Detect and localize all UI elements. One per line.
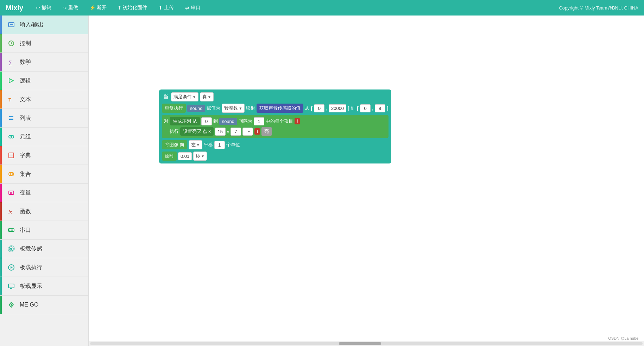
true-dropdown-arrow: ▼: [208, 95, 211, 99]
sidebar-item-display[interactable]: 板载显示: [0, 277, 88, 296]
svg-rect-11: [9, 153, 14, 158]
val-0-1[interactable]: 0: [314, 104, 324, 112]
exec-row: 执行 设置亮灭 点 x 15 y 7 - ▼ i 亮: [170, 127, 386, 136]
to-int-dropdown[interactable]: 转整数 ▼: [222, 104, 245, 113]
minus-dropdown[interactable]: - ▼: [242, 128, 253, 136]
second-dropdown[interactable]: 秒 ▼: [193, 152, 207, 161]
i-badge-2[interactable]: i: [254, 128, 260, 135]
sidebar-item-logic[interactable]: 逻辑: [0, 72, 88, 90]
attribution-text: OSDN @La nube: [608, 336, 638, 340]
redo-button[interactable]: ↪ 重做: [61, 3, 80, 12]
get-sensor-block[interactable]: 获取声音传感器的值: [257, 104, 303, 113]
horizontal-scrollbar[interactable]: [89, 341, 644, 346]
sidebar-item-set[interactable]: 集合: [0, 165, 88, 184]
sidebar-item-dict[interactable]: 字典: [0, 146, 88, 165]
redo-icon: ↪: [63, 5, 67, 11]
app-logo: Mixly: [6, 4, 23, 12]
serial-button[interactable]: ⇄ 串口: [183, 3, 203, 12]
repeat-label: 重复执行: [162, 104, 186, 113]
set-icon: [7, 170, 15, 178]
x-val[interactable]: 15: [215, 128, 226, 136]
sidebar-label-text: 文本: [20, 96, 31, 103]
move-val[interactable]: 1: [214, 141, 225, 149]
disconnect-button[interactable]: ⚡ 断开: [87, 3, 109, 12]
move-label: 平移: [204, 142, 213, 148]
sidebar-item-exec[interactable]: 板载执行: [0, 258, 88, 277]
sidebar-label-logic: 逻辑: [20, 77, 31, 85]
sidebar-label-sensor: 板载传感: [20, 245, 42, 253]
sound-var-badge[interactable]: sound: [187, 105, 205, 112]
sidebar-item-ctrl[interactable]: 控制: [0, 34, 88, 53]
repeat-row: 重复执行 sound 赋值为 转整数 ▼ 映射 获取声音传感器的值 从 [ 0 …: [162, 104, 389, 113]
sidebar-label-set: 集合: [20, 171, 31, 178]
val-8[interactable]: 8: [375, 104, 385, 112]
sidebar-label-func: 函数: [20, 208, 31, 215]
sidebar: 输入/输出 控制 ∑ 数学 逻辑 T 文本: [0, 16, 89, 346]
condition-dropdown[interactable]: 满足条件 ▼: [171, 92, 198, 101]
to-label: 到: [351, 105, 355, 111]
svg-point-20: [10, 230, 11, 231]
sidebar-item-serial[interactable]: 串口: [0, 221, 88, 240]
text-icon: T: [7, 95, 15, 104]
dict-icon: [7, 151, 15, 160]
i-badge[interactable]: i: [295, 118, 300, 124]
display-icon: [7, 282, 15, 290]
delay-val[interactable]: 0.01: [178, 152, 192, 160]
svg-point-23: [10, 248, 12, 250]
sound-var-badge-2[interactable]: sound: [219, 118, 237, 125]
toolbar: Mixly ↩ 撤销 ↪ 重做 ⚡ 断开 T 初始化固件 ⬆ 上传 ⇄ 串口 C…: [0, 0, 644, 16]
sidebar-label-ctrl: 控制: [20, 40, 31, 47]
true-dropdown[interactable]: 真 ▼: [200, 92, 214, 101]
logic-icon: [7, 76, 15, 85]
svg-text:∑: ∑: [8, 60, 12, 65]
sidebar-item-math[interactable]: ∑ 数学: [0, 53, 88, 72]
sidebar-item-list[interactable]: 列表: [0, 109, 88, 128]
upload-button[interactable]: ⬆ 上传: [156, 3, 176, 12]
set-bright-label: 设置亮灭 点 x: [180, 127, 214, 136]
svg-marker-32: [11, 303, 12, 306]
val-20000[interactable]: 20000: [329, 104, 346, 112]
interval-val[interactable]: 1: [254, 117, 264, 125]
init-firmware-button[interactable]: T 初始化固件: [116, 3, 149, 12]
svg-rect-15: [9, 191, 14, 194]
condition-dropdown-arrow: ▼: [192, 95, 196, 99]
sidebar-item-mego[interactable]: ME GO: [0, 296, 88, 314]
sidebar-label-io: 输入/输出: [20, 21, 44, 29]
sidebar-item-func[interactable]: fx 函数: [0, 202, 88, 221]
direction-arrow: ▼: [196, 143, 200, 147]
y-val[interactable]: 7: [231, 128, 241, 136]
bracket-close-2: ]: [387, 105, 389, 111]
gen-seq-label: 生成序列 从: [170, 117, 200, 125]
bracket-open-1: [: [311, 105, 312, 111]
sidebar-label-math: 数学: [20, 58, 31, 66]
tuple-icon: [7, 132, 15, 141]
block-canvas[interactable]: 当 满足条件 ▼ 真 ▼ 重复执行 sound 赋值为: [89, 16, 644, 346]
bright-block[interactable]: 亮: [261, 127, 272, 136]
from-val[interactable]: 0: [201, 117, 212, 125]
mego-icon: [7, 301, 15, 309]
upload-icon: ⬆: [158, 5, 163, 11]
when-block[interactable]: 当 满足条件 ▼ 真 ▼ 重复执行 sound 赋值为: [159, 89, 391, 163]
svg-point-21: [11, 230, 12, 231]
serial-sidebar-icon: [7, 226, 15, 234]
unit-label: 个单位: [226, 142, 240, 148]
from-label: 从: [305, 105, 309, 111]
scrollbar-track: [90, 342, 643, 345]
math-icon: ∑: [7, 58, 15, 66]
sidebar-item-tuple[interactable]: 元组: [0, 128, 88, 146]
each-item-label: 中的每个项目: [266, 118, 293, 124]
map-label: 映射: [246, 105, 255, 111]
scrollbar-thumb[interactable]: [339, 342, 381, 345]
disconnect-icon: ⚡: [89, 5, 95, 11]
direction-dropdown[interactable]: 左 ▼: [189, 140, 202, 149]
sidebar-label-exec: 板载执行: [20, 264, 42, 271]
sidebar-item-io[interactable]: 输入/输出: [0, 16, 88, 34]
sidebar-item-var[interactable]: 变量: [0, 184, 88, 202]
sidebar-item-sensor[interactable]: 板载传感: [0, 240, 88, 258]
sidebar-item-text[interactable]: T 文本: [0, 90, 88, 109]
when-label: 当: [162, 93, 170, 101]
undo-button[interactable]: ↩ 撤销: [34, 3, 53, 12]
val-0-2[interactable]: 0: [360, 104, 371, 112]
exec-label: 执行: [170, 128, 179, 135]
undo-icon: ↩: [36, 5, 40, 11]
